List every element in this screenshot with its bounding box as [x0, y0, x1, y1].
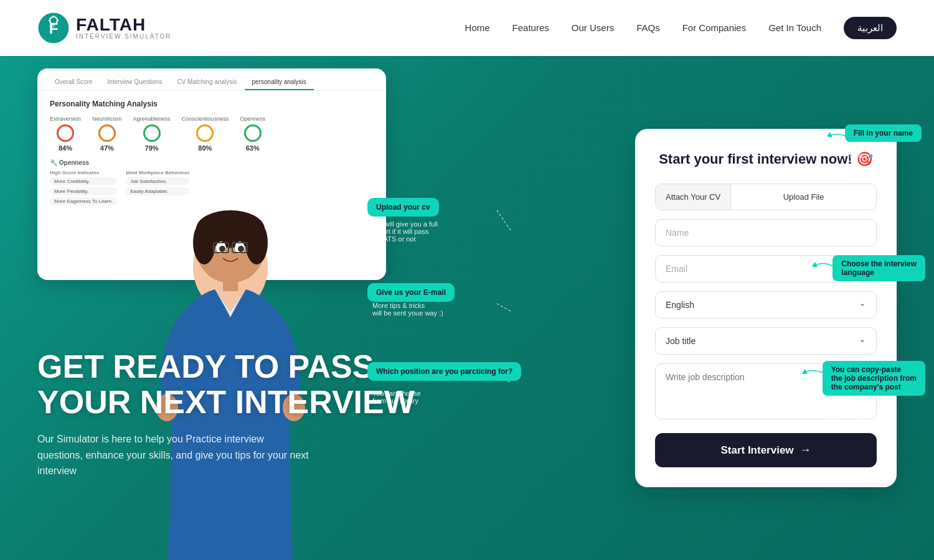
trait-score: 79% [145, 144, 159, 152]
arabic-button[interactable]: العربية [844, 17, 897, 39]
svg-line-22 [497, 210, 511, 230]
svg-point-10 [193, 221, 215, 264]
nav-links: Home Features Our Users FAQs For Compani… [465, 17, 897, 39]
tooltip-ai-model-desc: Our AI modelwill make sureyou're the bes… [823, 399, 925, 422]
trait-agreeableness: Agreeableness 79% [133, 116, 171, 152]
tab-overall-score[interactable]: Overall Score [47, 75, 100, 90]
tooltip-email-desc: More tips & trickswill be sent youe way … [372, 302, 443, 317]
high-score-title: High Score Indicates [50, 170, 117, 175]
nav-for-companies[interactable]: For Companies [682, 22, 747, 33]
trait-score: 80% [198, 144, 212, 152]
trait-conscientiousness: Conscientiousness 80% [182, 116, 229, 152]
tab-personality-analysis[interactable]: personality analysis [245, 75, 314, 90]
trait-label: Extraversion [50, 116, 81, 122]
trait-label: Conscientiousness [182, 116, 229, 122]
logo-text-group: FALTAH Interview Simulator [76, 16, 172, 40]
hero-section: Overall Score Interview Questions CV Mat… [0, 56, 934, 560]
tooltip-copy-paste: You can copy-pastethe job description fr… [823, 361, 925, 422]
upload-file-button[interactable]: Upload File [731, 184, 876, 210]
tooltip-choose-language-desc: Arabic? English?Practice both [833, 284, 925, 299]
tooltip-language-arrow [813, 259, 834, 273]
nav-our-users[interactable]: Our Users [572, 22, 614, 33]
svg-point-14 [219, 246, 225, 252]
name-input[interactable] [655, 219, 877, 246]
logo-name: FALTAH [76, 16, 172, 34]
tab-interview-questions[interactable]: Interview Questions [100, 75, 170, 90]
trait-neuroticism: Neuroticism 47% [92, 116, 122, 152]
trait-label: Agreeableness [133, 116, 171, 122]
hero-left: Overall Score Interview Questions CV Mat… [0, 56, 635, 560]
tooltip-fill-name-desc: Even AI modelsneed your name [845, 144, 922, 159]
trait-score: 84% [59, 144, 72, 152]
tooltip-position-desc: You can choosefrom our library [372, 390, 421, 404]
tooltip-fill-name: Fill in your name Even AI modelsneed you… [845, 124, 922, 159]
hero-right: Start your first interview now! 🎯 Attach… [635, 56, 934, 560]
openness-title: 🔧 Openness [50, 159, 374, 166]
openness-tag: More Eagerness To Learn. [50, 197, 117, 205]
trait-label: Neuroticism [92, 116, 122, 122]
ideal-workplace-title: Ideal Workplace Behaviour [126, 170, 189, 175]
openness-tag: More Flexibility. [50, 187, 117, 195]
start-interview-button[interactable]: Start Interview → [655, 433, 877, 467]
tooltip-upload-cv: Upload your cv [367, 198, 439, 217]
hero-subtext: Our Simulator is here to help you Practi… [37, 431, 311, 479]
tooltip-email: Give us your E-mail [367, 283, 455, 302]
trait-openness: Openness 63% [240, 116, 265, 152]
navbar: F FALTAH Interview Simulator Home Featur… [0, 0, 934, 56]
attach-cv-button[interactable]: Attach Your CV [656, 184, 731, 210]
openness-col-high-score: High Score Indicates More Credibility. M… [50, 170, 117, 205]
svg-line-23 [497, 304, 511, 311]
arrow-icon: → [800, 444, 811, 457]
svg-rect-19 [223, 279, 238, 291]
hero-text: GET READY TO PASS YOUR NEXT INTERVIEW Ou… [37, 349, 415, 479]
form-title: Start your first interview now! 🎯 [655, 151, 877, 167]
openness-tag: More Credibility. [50, 177, 117, 185]
trait-label: Openness [240, 116, 265, 122]
tooltip-position: Which position are you parcticing for? [367, 362, 521, 381]
nav-faqs[interactable]: FAQs [636, 22, 660, 33]
logo-icon: F [37, 12, 70, 44]
nav-get-in-touch[interactable]: Get In Touch [768, 22, 821, 33]
trait-extraversion: Extraversion 84% [50, 116, 81, 152]
dashboard-tabs: Overall Score Interview Questions CV Mat… [37, 68, 386, 91]
nav-home[interactable]: Home [465, 22, 490, 33]
trait-score: 47% [100, 144, 114, 152]
trait-circle [143, 124, 161, 142]
svg-point-11 [245, 221, 268, 264]
tooltip-choose-language-label: Choose the interviewlanguage [833, 255, 925, 281]
tooltip-copy-paste-arrow [803, 366, 824, 380]
tooltip-choose-language: Choose the interviewlanguage Arabic? Eng… [833, 255, 925, 299]
tab-cv-matching[interactable]: CV Matching analysis [169, 75, 244, 90]
trait-circle [244, 124, 262, 142]
tooltip-copy-paste-label: You can copy-pastethe job description fr… [823, 361, 925, 396]
nav-features[interactable]: Features [512, 22, 549, 33]
logo-subtitle: Interview Simulator [76, 34, 172, 40]
trait-score: 63% [246, 144, 260, 152]
trait-circle [196, 124, 214, 142]
svg-point-15 [238, 246, 244, 252]
openness-tag: Job Satisfaction. [126, 177, 189, 185]
cv-upload-row: Attach Your CV Upload File [655, 184, 877, 210]
tooltip-fill-name-arrow [828, 129, 846, 142]
trait-circle [57, 124, 74, 142]
hero-headline: GET READY TO PASS YOUR NEXT INTERVIEW [37, 349, 415, 420]
job-title-select[interactable]: Job title Software Engineer Product Mana… [655, 327, 877, 355]
tooltip-upload-cv-desc: We will give you a fullreport if it will… [372, 220, 438, 243]
personality-grid: Extraversion 84% Neuroticism 47% Agreeab… [50, 116, 374, 152]
dashboard-section-title: Personality Matching Analysis [50, 100, 374, 108]
form-card: Start your first interview now! 🎯 Attach… [635, 129, 897, 487]
logo[interactable]: F FALTAH Interview Simulator [37, 12, 172, 44]
trait-circle [98, 124, 116, 142]
tooltip-fill-name-label: Fill in your name [845, 124, 922, 142]
